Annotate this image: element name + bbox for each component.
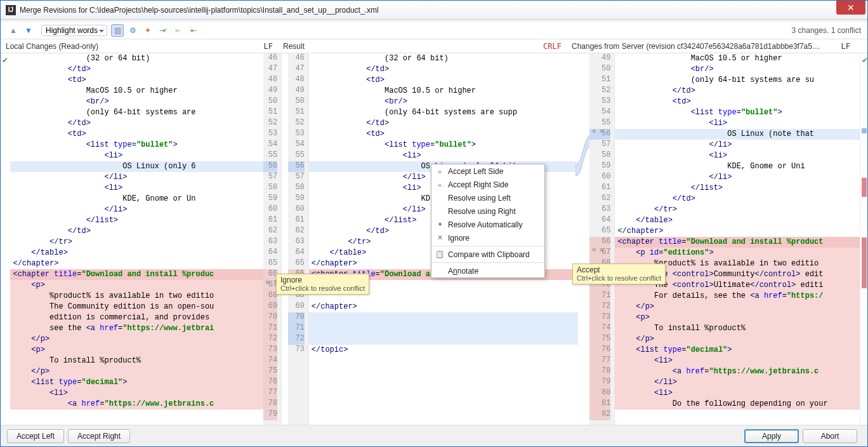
mid-pane-title: Result <box>283 42 305 51</box>
right-pane-title: Changes from Server (revision cf342407e5… <box>572 42 820 51</box>
abort-button[interactable]: Abort <box>803 429 857 443</box>
marker[interactable] <box>862 237 867 288</box>
changes-status: 3 changes. 1 conflict <box>792 26 861 35</box>
close-button[interactable]: ✕ <box>836 1 865 15</box>
left-code-pane[interactable]: (32 or 64 bit) </td> <td> MacOS 10.5 or … <box>10 53 263 420</box>
ctx-ignore[interactable]: ✕Ignore <box>431 231 544 244</box>
left-connector <box>282 53 288 434</box>
apply-button[interactable]: Apply <box>744 429 799 443</box>
apply-nonconflict-left-button[interactable]: ⇥ᵗ <box>157 24 169 37</box>
marker-strip[interactable]: ✔ <box>860 53 867 434</box>
right-connector <box>578 53 589 434</box>
apply-nonconflict-right-button[interactable]: ⇤ <box>172 24 185 37</box>
right-code-pane[interactable]: MacOS 10.5 or higher <br/> (only 64-bit … <box>615 53 860 420</box>
window-title: Merge Revisions for C:\IdeaProjects\help… <box>20 6 836 15</box>
left-line-ending: LF <box>264 42 273 51</box>
pane-headers: Local Changes (Read-only)LF ResultCRLF C… <box>1 39 867 53</box>
x-icon: ✕ <box>435 234 444 242</box>
ctx-resolve-left[interactable]: Resolve using Left <box>431 191 544 204</box>
ignore-tooltip: Ignore Ctrl+click to resolve conflict <box>276 274 369 295</box>
next-diff-button[interactable]: ▼ <box>22 24 35 37</box>
magic-resolve-button[interactable]: ✦ <box>141 24 154 37</box>
marker[interactable] <box>862 128 867 133</box>
ctx-accept-left[interactable]: »Accept Left Side <box>431 164 544 178</box>
toolbar: ▲ ▼ Highlight words ▥ ⚙ ✦ ⇥ᵗ ⇤ ⇤ 3 chang… <box>1 22 867 39</box>
ctx-resolve-auto[interactable]: ✦Resolve Automatically <box>431 218 544 231</box>
mid-gutter: 4647484950515253545556575859606162636465… <box>288 53 309 434</box>
accepted-icon: ✔ <box>2 56 8 65</box>
titlebar: IJ Merge Revisions for C:\IdeaProjects\h… <box>1 1 867 20</box>
whitespace-button[interactable]: ▥ <box>111 24 124 37</box>
right-gutter: « ✕ « ✕ 49505152535455565758596061626364… <box>589 53 615 434</box>
settings-gear-icon[interactable]: ⚙ <box>126 24 139 37</box>
app-icon: IJ <box>6 5 16 15</box>
ctx-compare-clipboard[interactable]: 📋Compare with Clipboard <box>431 248 544 261</box>
footer: Accept Left Accept Right Apply Abort <box>1 425 867 446</box>
apply-all-button[interactable]: ⇤ <box>187 24 200 37</box>
accept-tooltip: Accept Ctrl+click to resolve conflict <box>572 264 666 284</box>
ctx-accept-right[interactable]: «Accept Right Side <box>431 178 544 191</box>
marker[interactable] <box>862 178 867 197</box>
accept-right-button[interactable]: Accept Right <box>68 429 130 443</box>
ctx-resolve-right[interactable]: Resolve using Right <box>431 204 544 218</box>
mid-line-ending: CRLF <box>543 42 562 51</box>
right-line-ending: LF <box>841 42 850 51</box>
ignore-left-icon[interactable]: ✕ <box>265 277 270 286</box>
chevrons-right-icon: » <box>435 168 444 175</box>
push-left-icon-2[interactable]: « <box>592 126 596 135</box>
ctx-annotate[interactable]: Annotate <box>431 264 544 277</box>
highlight-dropdown[interactable]: Highlight words <box>41 25 107 36</box>
ignore-right-icon-2[interactable]: ✕ <box>600 126 604 135</box>
magic-icon: ✦ <box>435 220 444 229</box>
context-menu: »Accept Left Side «Accept Right Side Res… <box>431 164 545 278</box>
clipboard-icon: 📋 <box>435 250 444 258</box>
chevrons-left-icon: « <box>435 181 444 189</box>
left-pane-title: Local Changes (Read-only) <box>6 42 98 51</box>
accept-left-button[interactable]: Accept Left <box>7 429 64 443</box>
prev-diff-button[interactable]: ▲ <box>7 24 20 37</box>
left-gutter: ✕ » 464748495051525354555657585960616263… <box>263 53 282 434</box>
ignore-right-icon[interactable]: ✕ <box>600 245 604 254</box>
push-left-icon[interactable]: « <box>592 245 596 254</box>
accepted-icon-right: ✔ <box>862 56 868 65</box>
